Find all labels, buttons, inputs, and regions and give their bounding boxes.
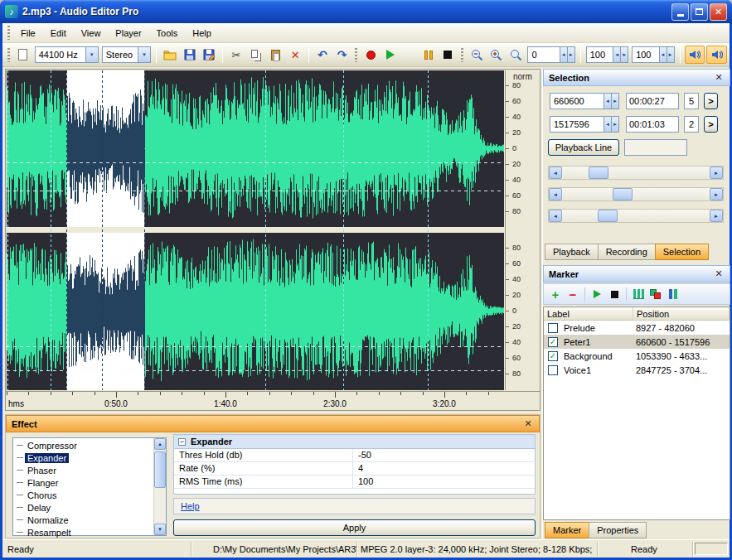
menu-player[interactable]: Player: [108, 25, 148, 41]
delete-button[interactable]: ✕: [285, 46, 305, 64]
effect-group-header[interactable]: − Expander: [174, 435, 535, 449]
save-as-button[interactable]: [199, 46, 219, 64]
effect-item-normalize[interactable]: Normalize: [13, 514, 153, 526]
scroll-thumb[interactable]: [598, 210, 618, 222]
marker-columns-icon[interactable]: [631, 287, 646, 302]
speaker-right-toggle[interactable]: [706, 46, 727, 64]
zoom-in-button[interactable]: [487, 46, 507, 64]
position-spinner[interactable]: 0 ◄►: [527, 46, 574, 63]
stop-button[interactable]: [439, 46, 458, 64]
zoom-out-button[interactable]: [467, 46, 487, 64]
selection-panel-close-icon[interactable]: ✕: [713, 72, 725, 83]
scroll-down-button[interactable]: ▼: [154, 524, 166, 535]
column-header-label[interactable]: Label: [544, 307, 633, 320]
scroll-left-button[interactable]: ◄: [549, 167, 562, 179]
toolbar-grip[interactable]: [7, 48, 10, 62]
scroll-thumb[interactable]: [154, 451, 166, 488]
spin-right-icon[interactable]: ►: [611, 117, 618, 132]
copy-button[interactable]: [246, 46, 266, 64]
pause-button[interactable]: [419, 46, 439, 64]
scroll-track[interactable]: [562, 210, 710, 222]
column-header-position[interactable]: Position: [633, 307, 730, 320]
spin-left-icon[interactable]: ◄: [613, 47, 620, 62]
menu-tools[interactable]: Tools: [149, 25, 186, 41]
effect-item-delay[interactable]: Delay: [13, 501, 153, 514]
selection-start-time-field[interactable]: 00:00:27: [626, 93, 679, 109]
property-value[interactable]: -50: [353, 449, 535, 461]
maximize-button[interactable]: [691, 3, 708, 21]
property-value[interactable]: 100: [353, 476, 535, 488]
spin-left-icon[interactable]: ◄: [604, 117, 611, 132]
speaker-left-toggle[interactable]: [685, 46, 705, 64]
waveform-canvas[interactable]: [7, 70, 504, 390]
spin-right-icon[interactable]: ►: [667, 47, 674, 62]
marker-checkbox[interactable]: ✓: [548, 337, 558, 347]
redo-button[interactable]: ↷: [332, 46, 352, 64]
undo-button[interactable]: ↶: [313, 46, 332, 64]
tab-selection[interactable]: Selection: [655, 244, 709, 260]
effect-item-expander[interactable]: Expander: [13, 451, 153, 464]
effect-panel-close-icon[interactable]: ✕: [522, 418, 534, 429]
spin-left-icon[interactable]: ◄: [659, 47, 667, 62]
titlebar[interactable]: ♪ 2.mp3 - Audio Editor Pro ✕: [0, 0, 732, 23]
menubar-grip[interactable]: [7, 26, 10, 40]
selection-end-extra-field[interactable]: 2: [684, 116, 699, 133]
menu-edit[interactable]: Edit: [43, 25, 74, 41]
marker-bars-icon[interactable]: [666, 287, 681, 302]
apply-button[interactable]: Apply: [173, 519, 536, 536]
selection-scrollbar-1[interactable]: ◄►: [548, 166, 724, 180]
selection-start-go-button[interactable]: >: [704, 93, 718, 109]
remove-marker-icon[interactable]: −: [565, 287, 580, 302]
effect-item-phaser[interactable]: Phaser: [13, 464, 153, 476]
volume-left-spinner[interactable]: 100 ◄►: [586, 46, 628, 63]
scroll-track[interactable]: [562, 188, 710, 200]
playback-line-button[interactable]: Playback Line: [548, 139, 619, 156]
selection-end-time-field[interactable]: 00:01:03: [626, 116, 679, 133]
menu-help[interactable]: Help: [185, 25, 219, 41]
selection-scrollbar-2[interactable]: ◄►: [548, 187, 724, 201]
scroll-thumb[interactable]: [613, 188, 633, 200]
spin-right-icon[interactable]: ►: [567, 47, 574, 62]
tab-recording[interactable]: Recording: [598, 244, 656, 260]
marker-checkbox[interactable]: [548, 323, 558, 333]
stop-marker-icon[interactable]: [607, 287, 622, 302]
dropdown-arrow-icon[interactable]: ▼: [138, 47, 150, 62]
tab-playback[interactable]: Playback: [545, 244, 599, 260]
channel-mode-combo[interactable]: Stereo ▼: [102, 46, 151, 63]
spin-right-icon[interactable]: ►: [611, 94, 618, 109]
toolbar-grip[interactable]: [355, 48, 357, 62]
marker-overlap-icon[interactable]: [648, 287, 663, 302]
paste-button[interactable]: [266, 46, 286, 64]
cut-button[interactable]: ✂: [226, 46, 246, 64]
marker-row[interactable]: Voice12847725 - 3704...: [544, 363, 730, 377]
marker-row[interactable]: ✓Background1053390 - 4633...: [544, 349, 730, 363]
marker-checkbox[interactable]: ✓: [548, 351, 558, 361]
spin-right-icon[interactable]: ►: [620, 47, 628, 62]
marker-row[interactable]: Prelude8927 - 482060: [544, 321, 730, 335]
selection-scrollbar-3[interactable]: ◄►: [548, 209, 724, 223]
scroll-left-button[interactable]: ◄: [549, 188, 562, 200]
open-file-button[interactable]: [160, 46, 180, 64]
play-marker-icon[interactable]: [589, 287, 604, 302]
playback-line-field[interactable]: [624, 139, 687, 156]
scroll-up-button[interactable]: ▲: [154, 438, 166, 450]
marker-row[interactable]: ✓Peter1660600 - 1517596: [544, 335, 730, 349]
marker-panel-close-icon[interactable]: ✕: [713, 268, 725, 279]
scroll-right-button[interactable]: ►: [710, 167, 723, 179]
effect-list-scrollbar[interactable]: ▲ ▼: [153, 438, 166, 535]
timeline-ruler[interactable]: hms 0:50.01:40.02:30.03:20.0: [6, 391, 540, 411]
minimize-button[interactable]: [671, 3, 689, 21]
scroll-thumb[interactable]: [589, 167, 608, 179]
marker-checkbox[interactable]: [548, 365, 558, 375]
sample-rate-combo[interactable]: 44100 Hz ▼: [35, 46, 99, 63]
selection-end-sample-spinner[interactable]: 1517596 ◄►: [550, 116, 619, 133]
menu-view[interactable]: View: [74, 25, 109, 41]
play-button[interactable]: [381, 46, 400, 64]
scroll-left-button[interactable]: ◄: [549, 210, 562, 222]
scroll-track[interactable]: [562, 167, 710, 179]
effect-item-compressor[interactable]: Compressor: [13, 439, 153, 451]
spin-left-icon[interactable]: ◄: [560, 47, 567, 62]
effect-item-flanger[interactable]: Flanger: [13, 476, 153, 489]
record-button[interactable]: [361, 46, 381, 64]
property-value[interactable]: 4: [353, 462, 535, 475]
